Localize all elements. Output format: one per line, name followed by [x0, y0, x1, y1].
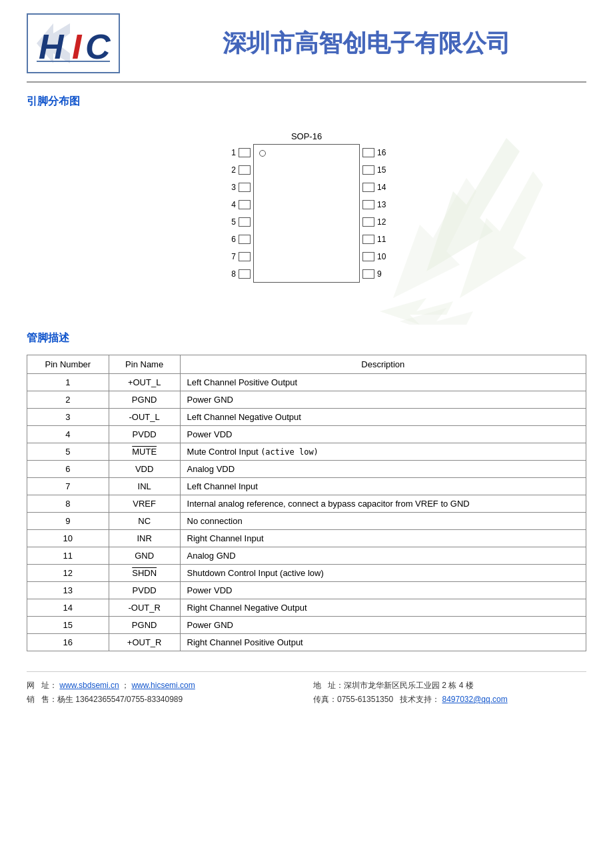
pin1-marker — [259, 150, 266, 157]
pin-tab-15 — [362, 165, 374, 175]
pin-number-cell: 11 — [27, 547, 109, 565]
table-row: 15PGNDPower GND — [27, 617, 586, 634]
pin-number-cell: 6 — [27, 461, 109, 478]
svg-text:H: H — [39, 27, 65, 66]
pin-num-7: 7 — [225, 252, 236, 261]
pin-tab-2 — [239, 165, 251, 175]
pin-name-cell: PGND — [109, 391, 180, 409]
chip-body: 1 2 3 4 5 — [225, 144, 388, 283]
chip-diagram-area: SOP-16 1 2 3 4 — [27, 118, 586, 325]
pin-num-9: 9 — [377, 269, 388, 279]
table-row: 12SHDNShutdown Control Input (active low… — [27, 565, 586, 582]
pin-desc-cell: Left Channel Positive Output — [180, 374, 586, 391]
pin-tab-14 — [362, 183, 374, 192]
pin-num-3: 3 — [225, 183, 236, 192]
pin-name-cell: +OUT_R — [109, 634, 180, 651]
pin-num-11: 11 — [377, 235, 388, 244]
package-label: SOP-16 — [225, 131, 388, 141]
pin-row-6: 6 — [225, 231, 253, 248]
pin-row-16: 16 — [360, 144, 388, 161]
pin-num-6: 6 — [225, 235, 236, 244]
pin-number-cell: 12 — [27, 565, 109, 582]
pin-name-cell: NC — [109, 513, 180, 530]
pin-name-cell: -OUT_L — [109, 409, 180, 426]
pin-row-12: 12 — [360, 213, 388, 231]
pin-row-8: 8 — [225, 265, 253, 283]
footer-grid: 网 址： www.sbdsemi.cn ； www.hicsemi.com 地 … — [27, 680, 586, 705]
pin-tab-9 — [362, 269, 374, 279]
company-logo: H I C — [27, 13, 120, 73]
pin-desc-cell: Power VDD — [180, 426, 586, 443]
pin-tab-4 — [239, 200, 251, 209]
pin-desc-cell: Left Channel Negative Output — [180, 409, 586, 426]
pin-diagram-section-title: 引脚分布图 — [27, 95, 586, 109]
page-footer: 网 址： www.sbdsemi.cn ； www.hicsemi.com 地 … — [27, 671, 586, 705]
table-row: 8VREFInternal analog reference, connect … — [27, 495, 586, 513]
footer-sales-label: 销 — [27, 695, 35, 704]
pin-name-cell: GND — [109, 547, 180, 565]
pin-num-5: 5 — [225, 217, 236, 227]
footer-fax: 传真：0755-61351350 技术支持： 8497032@qq.com — [313, 694, 586, 705]
pin-row-13: 13 — [360, 196, 388, 213]
pin-number-cell: 15 — [27, 617, 109, 634]
pin-name-cell: -OUT_R — [109, 599, 180, 617]
pin-row-7: 7 — [225, 248, 253, 265]
pin-number-cell: 16 — [27, 634, 109, 651]
pin-name-cell: VDD — [109, 461, 180, 478]
pin-tab-12 — [362, 217, 374, 227]
left-pins: 1 2 3 4 5 — [225, 144, 253, 283]
footer-sales-sub-label: 售：杨生 13642365547/0755-83340989 — [41, 695, 183, 704]
pin-desc-cell: Right Channel Negative Output — [180, 599, 586, 617]
pin-num-1: 1 — [225, 148, 236, 157]
pin-tab-7 — [239, 252, 251, 261]
pin-name-cell: +OUT_L — [109, 374, 180, 391]
footer-tech-label: 技术支持： — [400, 695, 440, 704]
pin-desc-cell: Power GND — [180, 391, 586, 409]
footer-web-sep: ； — [121, 681, 129, 690]
pin-tab-3 — [239, 183, 251, 192]
pin-name-cell: INL — [109, 478, 180, 495]
pin-number-cell: 9 — [27, 513, 109, 530]
watermark-arrows — [373, 125, 560, 325]
pin-row-11: 11 — [360, 231, 388, 248]
pin-tab-5 — [239, 217, 251, 227]
footer-addr: 地 址：深圳市龙华新区民乐工业园 2 栋 4 楼 — [313, 680, 586, 691]
pin-number-cell: 2 — [27, 391, 109, 409]
footer-web-sub-label: 址： — [41, 681, 57, 690]
pin-row-5: 5 — [225, 213, 253, 231]
footer-web-label: 网 — [27, 681, 35, 690]
pin-desc-cell: Right Channel Positive Output — [180, 634, 586, 651]
chip-center-body — [253, 144, 360, 283]
pin-desc-cell: Internal analog reference, connect a byp… — [180, 495, 586, 513]
pin-row-4: 4 — [225, 196, 253, 213]
col-header-description: Description — [180, 355, 586, 374]
pin-row-2: 2 — [225, 161, 253, 179]
footer-web-url2[interactable]: www.hicsemi.com — [131, 681, 195, 690]
pin-name-cell: SHDN — [109, 565, 180, 582]
pin-number-cell: 3 — [27, 409, 109, 426]
table-row: 10INRRight Channel Input — [27, 530, 586, 547]
chip-package-diagram: SOP-16 1 2 3 4 — [225, 131, 388, 283]
pin-name-cell: PVDD — [109, 582, 180, 599]
footer-web-url1[interactable]: www.sbdsemi.cn — [59, 681, 119, 690]
footer-tech-email[interactable]: 8497032@qq.com — [442, 695, 507, 704]
pin-tab-11 — [362, 235, 374, 244]
footer-addr-sub-label: 址：深圳市龙华新区民乐工业园 2 栋 4 楼 — [328, 681, 474, 690]
pin-row-9: 9 — [360, 265, 388, 283]
pin-num-8: 8 — [225, 269, 236, 279]
table-row: 13PVDDPower VDD — [27, 582, 586, 599]
pin-num-13: 13 — [377, 200, 388, 209]
pin-number-cell: 13 — [27, 582, 109, 599]
pin-number-cell: 7 — [27, 478, 109, 495]
right-pins: 16 15 14 13 12 — [360, 144, 388, 283]
pin-tab-10 — [362, 252, 374, 261]
svg-text:C: C — [85, 27, 111, 66]
pin-number-cell: 14 — [27, 599, 109, 617]
footer-addr-label: 地 — [313, 681, 321, 690]
pin-num-14: 14 — [377, 183, 388, 192]
pin-num-15: 15 — [377, 165, 388, 175]
footer-sales: 销 售：杨生 13642365547/0755-83340989 — [27, 694, 300, 705]
pin-num-16: 16 — [377, 148, 388, 157]
table-row: 1+OUT_LLeft Channel Positive Output — [27, 374, 586, 391]
page-header: H I C 深圳市高智创电子有限公司 — [27, 13, 586, 83]
